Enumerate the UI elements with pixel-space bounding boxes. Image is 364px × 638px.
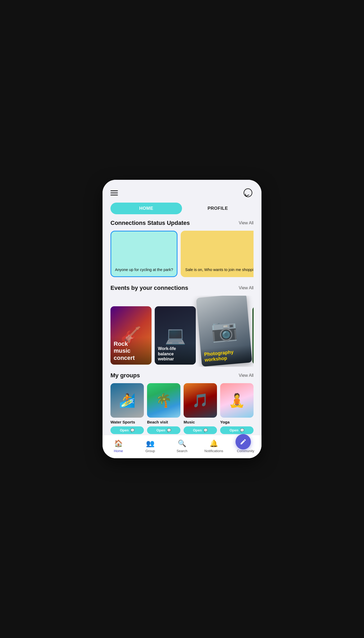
menu-button[interactable] bbox=[110, 190, 118, 195]
group-card-yoga: 🧘 Yoga Open 💬 bbox=[220, 383, 254, 434]
photo-text: Photographyworkshop bbox=[204, 348, 249, 363]
open-btn-beach[interactable]: Open 💬 bbox=[147, 426, 180, 434]
tab-home[interactable]: HOME bbox=[110, 203, 182, 214]
event-card-fifa[interactable]: 🎮 FIFAgaming contest bbox=[252, 306, 254, 365]
group-img-beach: 🌴 bbox=[147, 383, 180, 418]
group-card-music: 🎵 Music Open 💬 bbox=[184, 383, 217, 434]
events-scroll: 🎸 Rockmusicconcert 💻 Work-lifebalanceweb… bbox=[110, 296, 254, 367]
groups-section: My groups View All 🏄 Water Sports Open 💬 bbox=[103, 372, 261, 439]
nav-label-notifications: Notifications bbox=[205, 449, 223, 453]
status-card-1[interactable]: Sale is on, Who wants to join me shoppin… bbox=[181, 231, 254, 277]
nav-item-group[interactable]: 👥 Group bbox=[134, 439, 166, 453]
connections-section: Connections Status Updates View All Anyo… bbox=[103, 220, 261, 285]
group-name-music: Music bbox=[184, 420, 217, 424]
group-name-yoga: Yoga bbox=[220, 420, 254, 424]
groups-header: My groups View All bbox=[110, 372, 254, 379]
group-img-music: 🎵 bbox=[184, 383, 217, 418]
groups-grid: 🏄 Water Sports Open 💬 🌴 Beach bbox=[110, 383, 254, 434]
group-card-water: 🏄 Water Sports Open 💬 bbox=[110, 383, 144, 434]
fifa-label: FIFAgaming contest bbox=[252, 347, 254, 365]
nav-label-community: Community bbox=[237, 449, 254, 453]
nav-item-search[interactable]: 🔍 Search bbox=[166, 439, 198, 453]
nav-item-home[interactable]: 🏠 Home bbox=[103, 439, 134, 453]
events-header: Events by your connections View All bbox=[110, 285, 254, 291]
events-view-all[interactable]: View All bbox=[239, 286, 254, 290]
worklife-text: Work-lifebalancewebinar bbox=[158, 346, 193, 361]
rock-label: Rockmusicconcert bbox=[110, 337, 152, 365]
water-icon: 🏄 bbox=[119, 393, 135, 408]
chat-button[interactable] bbox=[242, 187, 254, 198]
group-img-yoga: 🧘 bbox=[220, 383, 254, 418]
nav-label-group: Group bbox=[145, 449, 155, 453]
event-card-rock[interactable]: 🎸 Rockmusicconcert bbox=[110, 306, 152, 365]
group-icon: 👥 bbox=[146, 439, 154, 448]
beach-icon: 🌴 bbox=[156, 393, 172, 408]
group-card-beach: 🌴 Beach visit Open 💬 bbox=[147, 383, 180, 434]
camera-icon: 📷 bbox=[210, 317, 238, 344]
events-section: Events by your connections View All 🎸 Ro… bbox=[103, 285, 261, 372]
status-card-text-0: Anyone up for cycling at the park? bbox=[115, 267, 173, 273]
nav-item-notifications[interactable]: 🔔 Notifications bbox=[198, 439, 230, 453]
connections-view-all[interactable]: View All bbox=[239, 221, 254, 225]
laptop-icon: 💻 bbox=[165, 326, 186, 346]
svg-point-0 bbox=[244, 189, 252, 197]
nav-label-search: Search bbox=[176, 449, 187, 453]
yoga-icon: 🧘 bbox=[229, 393, 245, 408]
status-card-0[interactable]: Anyone up for cycling at the park? bbox=[110, 231, 177, 277]
header bbox=[103, 180, 261, 203]
connections-title: Connections Status Updates bbox=[110, 220, 190, 226]
groups-title: My groups bbox=[110, 372, 140, 379]
nav-label-home: Home bbox=[114, 449, 123, 453]
status-card-text-1: Sale is on, Who wants to join me shoppin… bbox=[185, 267, 254, 273]
groups-view-all[interactable]: View All bbox=[239, 373, 254, 378]
events-title: Events by your connections bbox=[110, 285, 188, 291]
status-cards-scroll: Anyone up for cycling at the park? Sale … bbox=[110, 231, 254, 279]
fab-button[interactable] bbox=[236, 434, 251, 449]
event-card-photography[interactable]: 📷 Photographyworkshop bbox=[196, 296, 252, 367]
open-btn-water[interactable]: Open 💬 bbox=[110, 426, 144, 434]
home-icon: 🏠 bbox=[114, 439, 123, 448]
tab-profile[interactable]: PROFILE bbox=[182, 203, 254, 214]
music-icon: 🎵 bbox=[192, 393, 208, 408]
connections-header: Connections Status Updates View All bbox=[110, 220, 254, 226]
rock-text: Rockmusicconcert bbox=[114, 340, 148, 361]
worklife-label: Work-lifebalancewebinar bbox=[155, 343, 196, 365]
search-icon: 🔍 bbox=[178, 439, 186, 448]
group-name-beach: Beach visit bbox=[147, 420, 180, 424]
group-name-water: Water Sports bbox=[110, 420, 144, 424]
group-img-water: 🏄 bbox=[110, 383, 144, 418]
bell-icon: 🔔 bbox=[210, 439, 218, 448]
open-btn-yoga[interactable]: Open 💬 bbox=[220, 426, 254, 434]
tab-bar: HOME PROFILE bbox=[103, 203, 261, 220]
event-card-worklife[interactable]: 💻 Work-lifebalancewebinar bbox=[155, 306, 196, 365]
open-btn-music[interactable]: Open 💬 bbox=[184, 426, 217, 434]
